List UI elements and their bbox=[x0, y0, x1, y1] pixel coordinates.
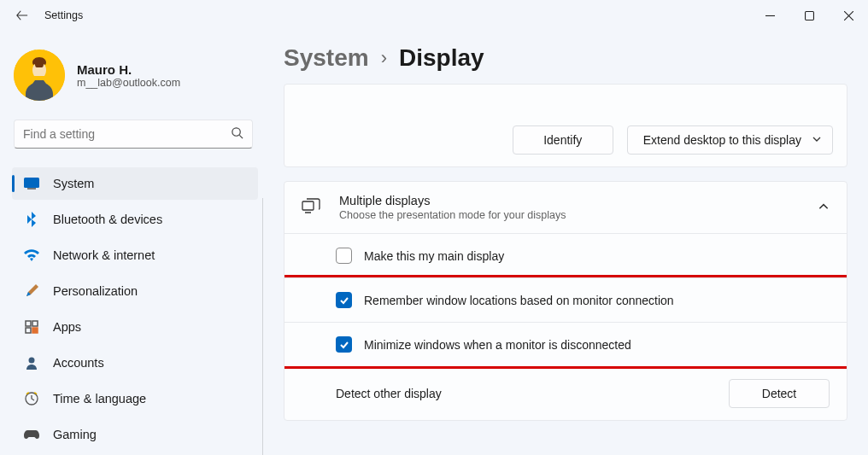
sidebar-item-label: Gaming bbox=[53, 428, 97, 441]
avatar bbox=[14, 50, 65, 101]
svg-rect-8 bbox=[32, 328, 38, 333]
main-content: System › Display Identify Extend desktop… bbox=[263, 31, 868, 455]
main-display-checkbox[interactable] bbox=[336, 248, 352, 264]
sidebar-item-gaming[interactable]: Gaming bbox=[12, 418, 258, 451]
person-icon bbox=[24, 355, 39, 370]
sidebar-item-label: Time & language bbox=[53, 392, 146, 405]
main-display-row[interactable]: Make this my main display bbox=[284, 233, 847, 277]
maximize-button[interactable] bbox=[789, 2, 829, 29]
sidebar-divider bbox=[262, 198, 263, 455]
apps-icon bbox=[24, 319, 39, 335]
sidebar-item-label: Bluetooth & devices bbox=[53, 213, 162, 226]
card-subtitle: Choose the presentation mode for your di… bbox=[339, 209, 799, 221]
detect-button[interactable]: Detect bbox=[729, 379, 830, 408]
search-input[interactable] bbox=[23, 127, 231, 141]
breadcrumb-parent[interactable]: System bbox=[284, 44, 369, 72]
chevron-up-icon bbox=[818, 201, 830, 215]
sidebar-item-accounts[interactable]: Accounts bbox=[12, 347, 258, 379]
nav-list: System Bluetooth & devices Network & int… bbox=[12, 167, 258, 451]
svg-point-2 bbox=[232, 128, 240, 136]
breadcrumb-leaf: Display bbox=[399, 44, 484, 72]
clock-icon bbox=[24, 391, 39, 406]
row-label: Detect other display bbox=[336, 387, 442, 400]
multiple-displays-card: Multiple displays Choose the presentatio… bbox=[284, 181, 847, 421]
wifi-icon bbox=[24, 248, 39, 263]
svg-rect-4 bbox=[27, 188, 36, 190]
profile-block[interactable]: Mauro H. m__lab@outlook.com bbox=[12, 50, 258, 120]
minimize-disconnect-checkbox[interactable] bbox=[336, 336, 352, 353]
row-label: Minimize windows when a monitor is disco… bbox=[364, 338, 631, 352]
svg-rect-5 bbox=[26, 321, 31, 326]
svg-rect-11 bbox=[302, 201, 314, 210]
sidebar-item-label: System bbox=[53, 177, 94, 190]
detect-display-row: Detect other display Detect bbox=[284, 366, 847, 420]
row-label: Remember window locations based on monit… bbox=[364, 294, 674, 307]
sidebar-item-bluetooth[interactable]: Bluetooth & devices bbox=[12, 203, 258, 236]
chevron-down-icon bbox=[812, 133, 822, 147]
svg-point-9 bbox=[29, 358, 35, 364]
sidebar-item-personalization[interactable]: Personalization bbox=[12, 275, 258, 307]
row-label: Make this my main display bbox=[364, 249, 504, 263]
identify-button[interactable]: Identify bbox=[513, 125, 613, 155]
game-icon bbox=[24, 427, 39, 442]
sidebar-item-network[interactable]: Network & internet bbox=[12, 239, 258, 271]
back-button[interactable] bbox=[15, 9, 29, 22]
minimize-disconnect-row[interactable]: Minimize windows when a monitor is disco… bbox=[284, 322, 847, 366]
svg-rect-6 bbox=[32, 321, 38, 326]
svg-rect-3 bbox=[24, 178, 39, 188]
search-box[interactable] bbox=[14, 120, 253, 149]
sidebar-item-apps[interactable]: Apps bbox=[12, 311, 258, 343]
titlebar: Settings bbox=[0, 0, 868, 31]
dropdown-label: Extend desktop to this display bbox=[643, 133, 801, 147]
sidebar: Mauro H. m__lab@outlook.com System Bluet… bbox=[0, 31, 263, 455]
sidebar-item-system[interactable]: System bbox=[12, 167, 258, 200]
bluetooth-icon bbox=[24, 212, 39, 227]
sidebar-item-time-language[interactable]: Time & language bbox=[12, 382, 258, 415]
remember-locations-checkbox[interactable] bbox=[336, 292, 352, 308]
multiple-displays-header[interactable]: Multiple displays Choose the presentatio… bbox=[284, 182, 847, 233]
breadcrumb: System › Display bbox=[284, 44, 847, 72]
card-title: Multiple displays bbox=[339, 194, 799, 207]
minimize-button[interactable] bbox=[750, 2, 789, 29]
close-button[interactable] bbox=[829, 2, 868, 29]
svg-rect-0 bbox=[805, 11, 813, 20]
displays-icon bbox=[302, 198, 320, 217]
svg-rect-7 bbox=[26, 328, 31, 333]
remember-locations-row[interactable]: Remember window locations based on monit… bbox=[284, 277, 847, 322]
profile-email: m__lab@outlook.com bbox=[77, 77, 180, 89]
window-title: Settings bbox=[44, 9, 83, 21]
brush-icon bbox=[24, 283, 39, 299]
display-arrangement-panel: Identify Extend desktop to this display bbox=[284, 84, 847, 167]
presentation-mode-dropdown[interactable]: Extend desktop to this display bbox=[627, 125, 833, 155]
profile-name: Mauro H. bbox=[77, 62, 180, 77]
sidebar-item-label: Apps bbox=[53, 320, 81, 334]
chevron-right-icon: › bbox=[381, 47, 387, 69]
sidebar-item-label: Network & internet bbox=[53, 248, 155, 262]
sidebar-item-label: Personalization bbox=[53, 284, 138, 298]
search-icon bbox=[231, 126, 243, 142]
system-icon bbox=[24, 176, 39, 191]
sidebar-item-label: Accounts bbox=[53, 356, 104, 370]
